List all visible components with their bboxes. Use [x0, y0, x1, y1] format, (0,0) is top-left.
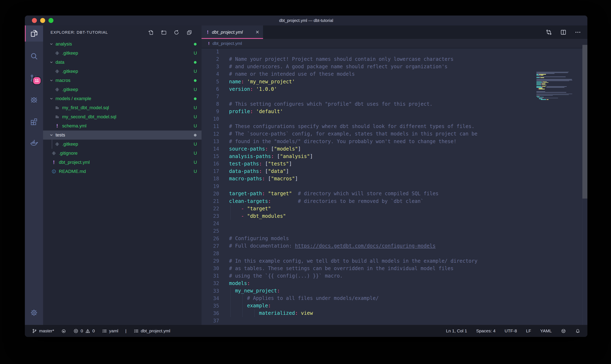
status-notifications[interactable]: [575, 328, 580, 334]
code-line-18[interactable]: macro-paths: ["macros"]: [202, 175, 587, 182]
token-s: 'my_new_project': [247, 79, 295, 85]
tree-file-dbt-project-yml[interactable]: !dbt_project.ymlU: [43, 158, 202, 167]
code-line-23[interactable]: - "dbt_modules": [202, 212, 587, 220]
breadcrumb-file[interactable]: dbt_project.yml: [212, 41, 242, 46]
minimap[interactable]: [536, 71, 574, 101]
token-k: data-paths: [229, 168, 259, 174]
tree-file--gitkeep[interactable]: .gitkeepU: [43, 67, 202, 76]
code-line-26[interactable]: # Configuring models: [202, 235, 587, 242]
tree-file--gitkeep[interactable]: .gitkeepU: [43, 85, 202, 94]
title-bar[interactable]: dbt_project.yml — dbt-tutorial: [25, 15, 587, 26]
breadcrumb[interactable]: ! dbt_project.yml: [202, 39, 587, 48]
code-line-25[interactable]: [202, 227, 587, 235]
code-line-7[interactable]: [202, 93, 587, 100]
status-feedback[interactable]: [561, 328, 566, 334]
tree-folder-data[interactable]: data: [43, 58, 202, 67]
status-linter-file[interactable]: dbt_project.yml: [134, 328, 170, 334]
tree-file-my-first-dbt-model-sql[interactable]: my_first_dbt_model.sqlU: [43, 103, 202, 112]
tree-folder-tests[interactable]: tests: [43, 130, 202, 140]
activitybar-docker[interactable]: [25, 134, 43, 151]
code-line-28[interactable]: [202, 250, 587, 257]
code-line-24[interactable]: [202, 220, 587, 227]
code-line-2[interactable]: # Name your project! Project names shoul…: [202, 55, 587, 63]
checklist-icon: [102, 328, 107, 334]
status-git-branch[interactable]: master*: [32, 328, 54, 334]
token-s: "tests": [268, 161, 289, 167]
tree-file--gitignore[interactable]: .gitignoreU: [43, 149, 202, 158]
new-file-icon[interactable]: [148, 29, 154, 36]
code-line-8[interactable]: # This setting configures which "profile…: [202, 100, 587, 108]
code-line-20[interactable]: target-path: "target" # directory which …: [202, 190, 587, 197]
more-icon[interactable]: [575, 29, 581, 36]
code-line-14[interactable]: source-paths: ["models"]: [202, 145, 587, 153]
code-line-22[interactable]: - "target": [202, 205, 587, 212]
code-line-6[interactable]: version: '1.0.0': [202, 85, 587, 93]
tree-folder-analysis[interactable]: analysis: [43, 39, 202, 49]
tree-folder-models-example[interactable]: models / example: [43, 94, 202, 103]
status-language-mode[interactable]: YAML: [540, 328, 552, 333]
refresh-icon[interactable]: [173, 29, 180, 36]
split-editor-icon[interactable]: [560, 29, 567, 36]
code-lines[interactable]: # Name your project! Project names shoul…: [202, 48, 587, 325]
tree-file-my-second-dbt-model-sql[interactable]: my_second_dbt_model.sqlU: [43, 112, 202, 121]
code-line-13[interactable]: # found in the "models/" directory. You …: [202, 138, 587, 145]
activitybar-search[interactable]: [25, 48, 43, 64]
code-line-1[interactable]: [202, 48, 587, 55]
minimap-segment: [539, 98, 558, 98]
status-cursor-position[interactable]: Ln 1, Col 1: [446, 328, 467, 333]
token-c: # The `source-paths` config, for example…: [229, 131, 477, 137]
tree-folder-macros[interactable]: macros: [43, 76, 202, 85]
status-linter-yaml[interactable]: yaml: [102, 328, 118, 334]
tree-file--gitkeep[interactable]: .gitkeepU: [43, 49, 202, 58]
token-c: # Applies to all files under models/exam…: [247, 295, 379, 301]
git-untracked-badge: U: [194, 123, 197, 129]
tab-dbt-project-yml[interactable]: ! dbt_project.yml ✕: [202, 26, 263, 39]
compare-icon[interactable]: [545, 29, 552, 36]
status-eol[interactable]: LF: [526, 328, 531, 333]
tree-file-schema-yml[interactable]: !schema.ymlU: [43, 121, 202, 130]
code-line-16[interactable]: test-paths: ["tests"]: [202, 160, 587, 168]
token-b: [: [271, 146, 274, 152]
code-line-27[interactable]: # Full documentation: https://docs.getdb…: [202, 242, 587, 250]
code-line-29[interactable]: # In this example config, we tell dbt to…: [202, 257, 587, 265]
code-line-17[interactable]: data-paths: ["data"]: [202, 168, 587, 175]
code-line-35[interactable]: example:: [202, 302, 587, 309]
code-line-19[interactable]: [202, 182, 587, 190]
close-tab-icon[interactable]: ✕: [256, 30, 259, 35]
code-line-31[interactable]: # using the `{{ config(...) }}` macro.: [202, 272, 587, 280]
activitybar-explorer[interactable]: [25, 26, 43, 41]
activitybar-debug[interactable]: [25, 92, 43, 108]
code-line-4[interactable]: # name or the intended use of these mode…: [202, 70, 587, 78]
code-line-9[interactable]: profile: 'default': [202, 108, 587, 115]
new-folder-icon[interactable]: [161, 29, 167, 36]
editor-scrollbar[interactable]: [583, 45, 587, 198]
code-line-32[interactable]: models:: [202, 280, 587, 287]
activitybar-source-control[interactable]: 11: [25, 70, 43, 86]
minimap-segment: [542, 86, 545, 87]
code-line-3[interactable]: # and underscores. A good package name s…: [202, 63, 587, 70]
status-problems[interactable]: 00: [73, 328, 95, 334]
minimap-segment: [545, 83, 545, 84]
code-line-10[interactable]: [202, 115, 587, 123]
code-line-37[interactable]: [202, 317, 587, 325]
code-line-12[interactable]: # The `source-paths` config, for example…: [202, 130, 587, 138]
code-line-21[interactable]: clean-targets: # directories to be remov…: [202, 197, 587, 205]
code-line-11[interactable]: # These configurations specify where dbt…: [202, 123, 587, 130]
status-indentation[interactable]: Spaces: 4: [476, 328, 495, 333]
code-line-15[interactable]: analysis-paths: ["analysis"]: [202, 153, 587, 160]
code-line-30[interactable]: # as tables. These settings can be overr…: [202, 265, 587, 272]
minimap-segment: [536, 96, 539, 97]
code-line-5[interactable]: name: 'my_new_project': [202, 78, 587, 85]
code-line-36[interactable]: materialized: view: [202, 309, 587, 317]
activitybar-extensions[interactable]: [25, 113, 43, 129]
status-publish-changes[interactable]: [61, 328, 66, 334]
tree-file-readme-md[interactable]: README.mdU: [43, 167, 202, 176]
code-line-34[interactable]: # Applies to all files under models/exam…: [202, 295, 587, 302]
code-editor[interactable]: 1234567891011121314151617181920212223242…: [202, 48, 587, 325]
code-line-33[interactable]: my_new_project:: [202, 287, 587, 295]
minimap-segment: [536, 82, 542, 83]
status-encoding[interactable]: UTF-8: [504, 328, 517, 333]
tree-file--gitkeep[interactable]: .gitkeepU: [43, 140, 202, 149]
collapse-all-icon[interactable]: [186, 29, 193, 36]
activitybar-settings[interactable]: [25, 305, 43, 321]
